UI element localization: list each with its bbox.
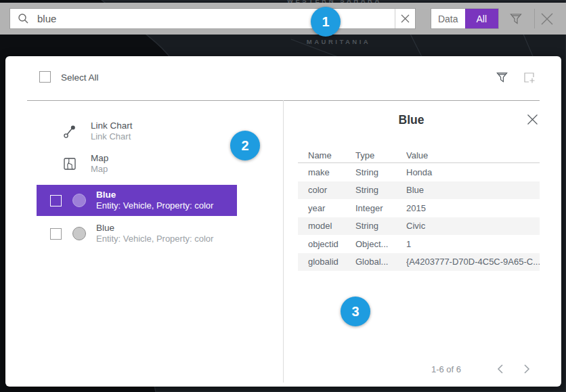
result-subtitle: Entity: Vehicle, Property: color bbox=[96, 200, 213, 211]
cell-type: Global... bbox=[355, 257, 406, 267]
detail-close-icon[interactable] bbox=[527, 114, 538, 125]
result-title: Map bbox=[91, 153, 108, 164]
search-toolbar: Data All bbox=[0, 3, 566, 35]
cell-value: Honda bbox=[406, 167, 540, 177]
attribute-table: Name Type Value make String Honda color … bbox=[298, 148, 540, 271]
toggle-data-button[interactable]: Data bbox=[431, 9, 465, 28]
table-row: globalid Global... {A4203777-D70D-4C5C-9… bbox=[298, 253, 540, 271]
add-to-selection-icon[interactable] bbox=[523, 71, 536, 84]
cell-type: String bbox=[355, 221, 406, 231]
result-title: Blue bbox=[96, 223, 213, 234]
result-checkbox[interactable] bbox=[50, 228, 62, 240]
cell-name: year bbox=[298, 203, 355, 213]
table-row: year Integer 2015 bbox=[298, 199, 540, 217]
toolbar-divider bbox=[534, 9, 535, 28]
detail-title: Blue bbox=[283, 113, 540, 127]
cell-type: String bbox=[355, 167, 406, 177]
cell-type: Object... bbox=[355, 239, 406, 249]
cell-value: Civic bbox=[406, 221, 540, 231]
link-chart-icon bbox=[62, 124, 77, 139]
cell-name: globalid bbox=[298, 257, 355, 267]
map-label-mauritania: MAURITANIA bbox=[281, 38, 396, 45]
column-header-value: Value bbox=[406, 150, 540, 160]
table-row: objectid Object... 1 bbox=[298, 235, 540, 253]
result-item-blue-selected[interactable]: Blue Entity: Vehicle, Property: color bbox=[37, 185, 237, 216]
cell-type: Integer bbox=[355, 203, 406, 213]
callout-badge-2: 2 bbox=[230, 131, 260, 160]
select-all-label: Select All bbox=[61, 72, 99, 83]
cell-value: {A4203777-D70D-4C5C-9A65-C... bbox=[406, 257, 540, 267]
cell-name: color bbox=[298, 185, 355, 195]
map-icon bbox=[62, 156, 77, 171]
result-title: Blue bbox=[96, 190, 213, 200]
entity-circle-icon bbox=[72, 194, 86, 207]
table-row: model String Civic bbox=[298, 217, 540, 236]
result-item-blue[interactable]: Blue Entity: Vehicle, Property: color bbox=[37, 218, 237, 249]
result-subtitle: Link Chart bbox=[91, 131, 133, 142]
entity-circle-icon bbox=[72, 227, 86, 240]
result-subtitle: Entity: Vehicle, Property: color bbox=[96, 234, 213, 244]
clear-search-icon[interactable] bbox=[395, 9, 415, 28]
pagination: 1-6 of 6 bbox=[431, 362, 536, 376]
results-filter-icon[interactable] bbox=[496, 71, 508, 84]
search-icon bbox=[18, 13, 29, 24]
cell-type: String bbox=[355, 185, 406, 195]
scope-toggle: Data All bbox=[431, 8, 499, 29]
table-header-row: Name Type Value bbox=[298, 148, 540, 163]
cell-name: make bbox=[298, 167, 355, 177]
callout-badge-3: 3 bbox=[341, 297, 370, 326]
column-header-name: Name bbox=[298, 150, 355, 160]
search-results-panel: Select All Link Chart Link Chart Map Map… bbox=[5, 56, 561, 387]
previous-page-icon[interactable] bbox=[491, 362, 508, 376]
cell-value: Blue bbox=[406, 185, 540, 195]
table-row: make String Honda bbox=[298, 163, 540, 181]
toggle-all-button[interactable]: All bbox=[465, 9, 499, 28]
list-detail-divider bbox=[283, 100, 284, 383]
result-checkbox[interactable] bbox=[50, 195, 62, 206]
cell-name: objectid bbox=[298, 239, 355, 249]
cell-name: model bbox=[298, 221, 355, 231]
search-box bbox=[9, 8, 416, 29]
callout-badge-1: 1 bbox=[311, 7, 341, 37]
table-row: color String Blue bbox=[298, 181, 540, 200]
next-page-icon[interactable] bbox=[518, 362, 536, 376]
column-header-type: Type bbox=[355, 150, 406, 160]
select-all-checkbox[interactable] bbox=[39, 71, 51, 83]
search-input[interactable] bbox=[36, 12, 395, 25]
filter-icon[interactable] bbox=[508, 12, 523, 26]
result-title: Link Chart bbox=[91, 121, 133, 131]
result-subtitle: Map bbox=[91, 164, 108, 175]
cell-value: 1 bbox=[406, 239, 540, 249]
pagination-label: 1-6 of 6 bbox=[431, 364, 461, 374]
cell-value: 2015 bbox=[406, 203, 540, 213]
close-search-icon[interactable] bbox=[539, 11, 555, 27]
